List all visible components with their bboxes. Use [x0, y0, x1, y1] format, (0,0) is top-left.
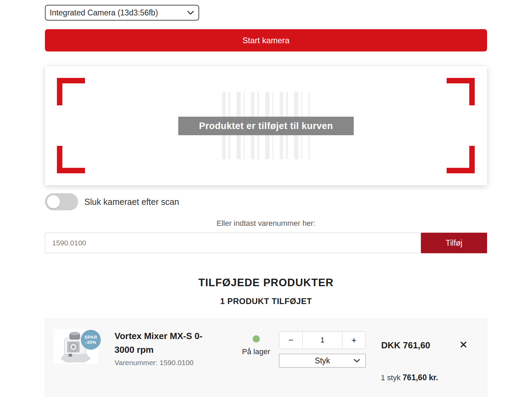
unit-price-prefix: 1 styk	[381, 373, 403, 382]
product-image: SPAR -20%	[53, 329, 98, 363]
product-name: Vortex Mixer MX-S 0-3000 rpm	[114, 329, 217, 357]
quantity-stepper: − 1 +	[279, 331, 366, 349]
in-stock-dot-icon	[253, 335, 260, 342]
unit-select-value: Styk	[315, 356, 330, 365]
added-products-count: 1 PRODUKT TILFØJET	[45, 296, 487, 306]
camera-auto-off-row: Sluk kameraet efter scan	[45, 193, 487, 211]
scan-page: Integrated Camera (13d3:56fb) Start kame…	[45, 0, 487, 397]
stock-label: På lager	[230, 347, 282, 356]
unit-select[interactable]: Styk	[279, 354, 366, 368]
sku-input[interactable]	[45, 233, 421, 253]
unit-price-value: 761,60 kr.	[403, 373, 438, 382]
badge-line1: SPAR	[84, 335, 97, 340]
close-icon: ✕	[459, 339, 468, 350]
scan-result-banner: Produktet er tilføjet til kurven	[178, 117, 354, 135]
scanner-viewfinder: Produktet er tilføjet til kurven	[45, 66, 487, 185]
unit-price-line: 1 styk 761,60 kr.	[381, 373, 438, 382]
add-sku-button[interactable]: Tilføj	[421, 233, 487, 253]
viewfinder-corner-top-right	[447, 78, 475, 105]
quantity-value[interactable]: 1	[302, 332, 342, 349]
product-row: SPAR -20% Vortex Mixer MX-S 0-3000 rpm V…	[45, 318, 487, 397]
start-camera-button[interactable]: Start kamera	[45, 29, 487, 51]
quantity-decrease-button[interactable]: −	[279, 332, 302, 349]
quantity-increase-button[interactable]: +	[342, 332, 365, 349]
viewfinder-corner-bottom-right	[447, 146, 475, 173]
toggle-knob[interactable]	[47, 195, 60, 208]
viewfinder-corner-bottom-left	[57, 146, 85, 173]
viewfinder-corner-top-left	[57, 78, 85, 105]
product-price: DKK 761,60	[381, 340, 430, 351]
remove-product-button[interactable]: ✕	[456, 337, 471, 352]
plus-icon: +	[351, 335, 356, 345]
unit-select-wrap: Styk	[279, 354, 366, 368]
manual-entry-row: Tilføj	[45, 233, 487, 253]
stock-status: På lager	[230, 335, 282, 356]
camera-off-toggle[interactable]	[45, 193, 78, 210]
added-products-title: TILFØJEDE PRODUKTER	[45, 277, 487, 289]
discount-badge: SPAR -20%	[81, 330, 101, 350]
minus-icon: −	[288, 335, 293, 345]
camera-select-wrap: Integrated Camera (13d3:56fb)	[45, 5, 199, 21]
badge-line2: -20%	[85, 340, 96, 345]
toggle-label: Sluk kameraet efter scan	[84, 197, 179, 207]
product-sku: Varenummer: 1590.0100	[114, 359, 194, 367]
camera-select[interactable]: Integrated Camera (13d3:56fb)	[45, 5, 199, 21]
manual-entry-prompt: Eller indtast varenummer her:	[45, 219, 487, 228]
